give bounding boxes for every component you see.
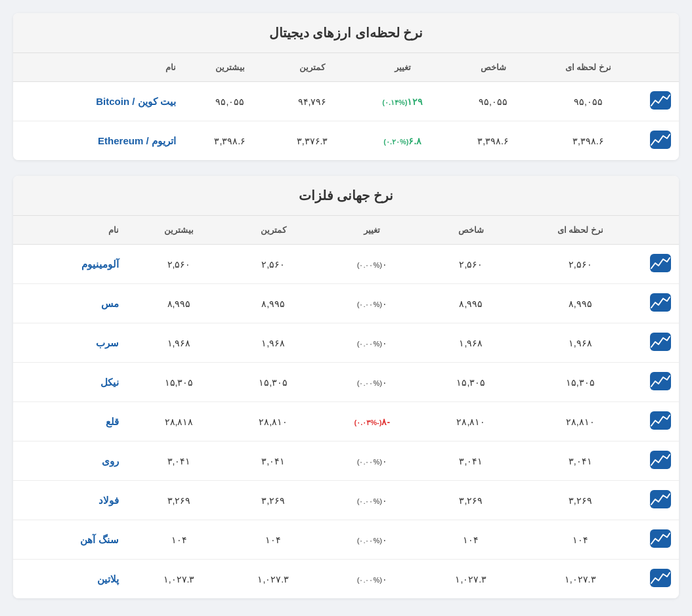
- instant-rate-cell: ۳,۳۹۸.۶: [534, 121, 642, 161]
- max-cell: ۱,۹۶۸: [132, 323, 227, 363]
- change-cell: ۰(۰.۰۰%): [320, 560, 423, 599]
- icon-cell: [642, 560, 679, 599]
- change-cell: ۰(۰.۰۰%): [320, 323, 423, 363]
- min-cell: ۱,۰۲۷.۳: [226, 560, 320, 599]
- th-name: نام: [13, 216, 132, 245]
- min-cell: ۱۰۴: [226, 520, 320, 560]
- instant-rate-cell: ۳,۰۴۱: [518, 441, 642, 481]
- table-row: ۱۰۴ ۱۰۴ ۰(۰.۰۰%) ۱۰۴ ۱۰۴ سنگ آهن: [13, 520, 679, 560]
- table-row: ۳,۳۹۸.۶ ۳,۳۹۸.۶ ۶.۸(۰.۲۰%) ۳,۳۷۶.۳ ۳,۳۹۸…: [13, 121, 679, 161]
- metals-section-title: نرخ جهانی فلزات: [13, 176, 679, 216]
- index-cell: ۱,۰۲۷.۳: [423, 560, 518, 599]
- th-instant-rate: نرخ لحظه ای: [534, 53, 642, 82]
- crypto-section: نرخ لحظه‌ای ارزهای دیجیتال نرخ لحظه ای ش…: [13, 13, 679, 160]
- min-cell: ۲,۵۶۰: [226, 245, 320, 284]
- change-cell: ۰(۰.۰۰%): [320, 520, 423, 560]
- max-cell: ۳,۰۴۱: [132, 441, 227, 481]
- table-row: ۲۸,۸۱۰ ۲۸,۸۱۰ -۸(-۰.۰۳%) ۲۸,۸۱۰ ۲۸,۸۱۸ ق…: [13, 402, 679, 441]
- name-cell: آلومینیوم: [13, 245, 132, 284]
- chart-icon[interactable]: [650, 254, 671, 272]
- change-cell: -۸(-۰.۰۳%): [320, 402, 423, 441]
- name-cell: سنگ آهن: [13, 520, 132, 560]
- name-cell: روی: [13, 441, 132, 481]
- min-cell: ۱۵,۳۰۵: [226, 363, 320, 402]
- icon-cell: [642, 245, 679, 284]
- icon-cell: [642, 82, 679, 121]
- icon-cell: [642, 323, 679, 363]
- instant-rate-cell: ۲,۵۶۰: [518, 245, 642, 284]
- th-max: بیشترین: [189, 53, 271, 82]
- instant-rate-cell: ۱,۹۶۸: [518, 323, 642, 363]
- change-cell: ۶.۸(۰.۲۰%): [353, 121, 452, 161]
- icon-cell: [642, 121, 679, 161]
- chart-icon[interactable]: [650, 131, 671, 149]
- index-cell: ۳,۲۶۹: [423, 481, 518, 520]
- chart-icon[interactable]: [650, 91, 671, 110]
- table-row: ۹۵,۰۵۵ ۹۵,۰۵۵ ۱۲۹(۰.۱۴%) ۹۴,۷۹۶ ۹۵,۰۵۵ ب…: [13, 82, 679, 121]
- icon-cell: [642, 284, 679, 323]
- th-min: کمترین: [271, 53, 353, 82]
- th-change: تغییر: [320, 216, 423, 245]
- name-cell: قلع: [13, 402, 132, 441]
- instant-rate-cell: ۱,۰۲۷.۳: [518, 560, 642, 599]
- chart-icon[interactable]: [650, 333, 671, 351]
- table-row: ۱,۰۲۷.۳ ۱,۰۲۷.۳ ۰(۰.۰۰%) ۱,۰۲۷.۳ ۱,۰۲۷.۳…: [13, 560, 679, 599]
- crypto-table: نرخ لحظه ای شاخص تغییر کمترین بیشترین نا…: [13, 53, 679, 160]
- th-instant-rate: نرخ لحظه ای: [518, 216, 642, 245]
- chart-icon[interactable]: [650, 451, 671, 469]
- th-icon: [642, 53, 679, 82]
- instant-rate-cell: ۳,۲۶۹: [518, 481, 642, 520]
- table-row: ۳,۲۶۹ ۳,۲۶۹ ۰(۰.۰۰%) ۳,۲۶۹ ۳,۲۶۹ فولاد: [13, 481, 679, 520]
- min-cell: ۲۸,۸۱۰: [226, 402, 320, 441]
- name-cell: پلاتین: [13, 560, 132, 599]
- instant-rate-cell: ۱۵,۳۰۵: [518, 363, 642, 402]
- max-cell: ۸,۹۹۵: [132, 284, 227, 323]
- chart-icon[interactable]: [650, 372, 671, 390]
- table-row: ۲,۵۶۰ ۲,۵۶۰ ۰(۰.۰۰%) ۲,۵۶۰ ۲,۵۶۰ آلومینی…: [13, 245, 679, 284]
- change-cell: ۰(۰.۰۰%): [320, 245, 423, 284]
- name-cell: نیکل: [13, 363, 132, 402]
- metals-section: نرخ جهانی فلزات نرخ لحظه ای شاخص تغییر ک…: [13, 176, 679, 598]
- table-row: ۳,۰۴۱ ۳,۰۴۱ ۰(۰.۰۰%) ۳,۰۴۱ ۳,۰۴۱ روی: [13, 441, 679, 481]
- min-cell: ۹۴,۷۹۶: [271, 82, 353, 121]
- chart-icon[interactable]: [650, 293, 671, 312]
- icon-cell: [642, 402, 679, 441]
- instant-rate-cell: ۹۵,۰۵۵: [534, 82, 642, 121]
- change-cell: ۱۲۹(۰.۱۴%): [353, 82, 452, 121]
- name-cell: سرب: [13, 323, 132, 363]
- metals-table: نرخ لحظه ای شاخص تغییر کمترین بیشترین نا…: [13, 216, 679, 598]
- index-cell: ۲۸,۸۱۰: [423, 402, 518, 441]
- name-cell: اتریوم / Ethereum: [13, 121, 189, 161]
- th-icon: [642, 216, 679, 245]
- max-cell: ۱۰۴: [132, 520, 227, 560]
- name-cell: بیت کوین / Bitcoin: [13, 82, 189, 121]
- table-row: ۸,۹۹۵ ۸,۹۹۵ ۰(۰.۰۰%) ۸,۹۹۵ ۸,۹۹۵ مس: [13, 284, 679, 323]
- chart-icon[interactable]: [650, 411, 671, 430]
- min-cell: ۸,۹۹۵: [226, 284, 320, 323]
- change-cell: ۰(۰.۰۰%): [320, 363, 423, 402]
- name-cell: مس: [13, 284, 132, 323]
- index-cell: ۱۵,۳۰۵: [423, 363, 518, 402]
- index-cell: ۱,۹۶۸: [423, 323, 518, 363]
- chart-icon[interactable]: [650, 529, 671, 548]
- chart-icon[interactable]: [650, 490, 671, 508]
- max-cell: ۲,۵۶۰: [132, 245, 227, 284]
- index-cell: ۲,۵۶۰: [423, 245, 518, 284]
- icon-cell: [642, 481, 679, 520]
- icon-cell: [642, 520, 679, 560]
- min-cell: ۳,۰۴۱: [226, 441, 320, 481]
- th-min: کمترین: [226, 216, 320, 245]
- min-cell: ۳,۳۷۶.۳: [271, 121, 353, 161]
- crypto-table-header: نرخ لحظه ای شاخص تغییر کمترین بیشترین نا…: [13, 53, 679, 82]
- max-cell: ۹۵,۰۵۵: [189, 82, 271, 121]
- change-cell: ۰(۰.۰۰%): [320, 481, 423, 520]
- min-cell: ۳,۲۶۹: [226, 481, 320, 520]
- metals-table-header: نرخ لحظه ای شاخص تغییر کمترین بیشترین نا…: [13, 216, 679, 245]
- chart-icon[interactable]: [650, 569, 671, 587]
- th-index: شاخص: [423, 216, 518, 245]
- max-cell: ۳,۲۶۹: [132, 481, 227, 520]
- table-row: ۱۵,۳۰۵ ۱۵,۳۰۵ ۰(۰.۰۰%) ۱۵,۳۰۵ ۱۵,۳۰۵ نیک…: [13, 363, 679, 402]
- change-cell: ۰(۰.۰۰%): [320, 284, 423, 323]
- max-cell: ۱۵,۳۰۵: [132, 363, 227, 402]
- max-cell: ۲۸,۸۱۸: [132, 402, 227, 441]
